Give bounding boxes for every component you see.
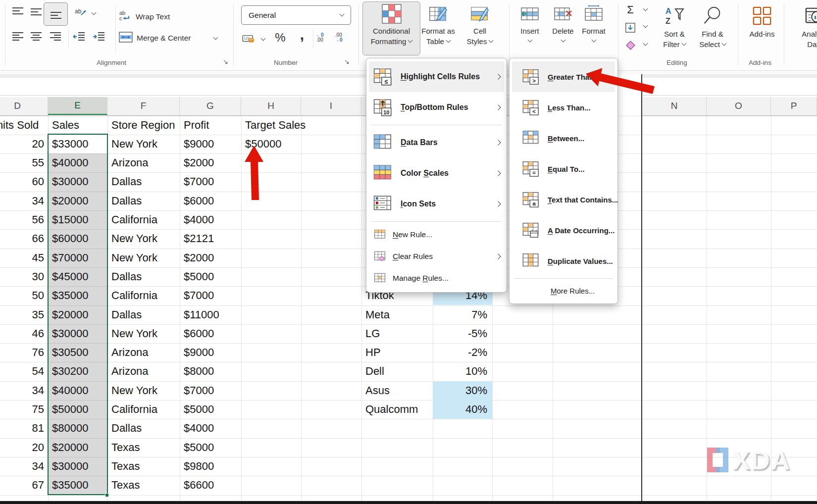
cell-change-hp[interactable]: -2%: [433, 343, 492, 362]
cell-region-row3[interactable]: Dallas: [107, 172, 180, 191]
cell-profit-row5[interactable]: $4000: [180, 210, 241, 229]
conditional-formatting-button[interactable]: Conditional Formatting: [362, 1, 420, 55]
cell-sales-row5[interactable]: $15000: [48, 210, 107, 229]
cell-change-qualcomm[interactable]: 40%: [433, 400, 492, 419]
fill-button[interactable]: [623, 20, 638, 36]
cell-region-row17[interactable]: Texas: [107, 438, 180, 457]
cell-sales-row17[interactable]: $20000: [48, 438, 107, 457]
wrap-text-button[interactable]: abc Wrap Text: [119, 10, 170, 24]
menu-item-equal-to[interactable]: =Equal To...: [512, 153, 615, 184]
analyze-data-button[interactable]: Analyze Data: [785, 3, 817, 50]
cell-units-row12[interactable]: 76: [0, 343, 48, 362]
cell-units-row10[interactable]: 35: [0, 305, 48, 324]
cell-company-qualcomm[interactable]: Qualcomm: [361, 400, 433, 419]
menu-item-manage-rules[interactable]: Manage Rules...: [369, 267, 504, 289]
sort-filter-button[interactable]: AZ Sort & Filter: [657, 3, 692, 50]
cell-profit-row14[interactable]: $7000: [180, 381, 241, 400]
cell-region-row12[interactable]: Arizona: [107, 343, 180, 362]
cell-units-row9[interactable]: 50: [0, 286, 48, 305]
cell-profit-row2[interactable]: $2000: [180, 153, 241, 172]
cell-profit-row16[interactable]: $4000: [180, 419, 241, 438]
cell-region-row10[interactable]: Dallas: [107, 305, 180, 324]
cell-units-row18[interactable]: 34: [0, 457, 48, 476]
cell-company-lg[interactable]: LG: [361, 324, 433, 343]
menu-item-less-than[interactable]: <Less Than...: [512, 92, 615, 123]
cell-profit-row10[interactable]: $11000: [180, 305, 241, 324]
cell-region-row16[interactable]: Dallas: [107, 419, 180, 438]
menu-item-greater-than[interactable]: >Greater Than...: [512, 61, 615, 92]
cell-region-row2[interactable]: Arizona: [107, 153, 180, 172]
cell-profit-row3[interactable]: $7000: [180, 172, 241, 191]
add-ins-button[interactable]: Add-ins: [746, 3, 778, 39]
alignment-dialog-launcher[interactable]: ↘: [223, 58, 228, 65]
menu-item-highlight-cells-rules[interactable]: ≤Highlight Cells Rules: [369, 61, 504, 92]
cell-profit-row12[interactable]: $9000: [180, 343, 241, 362]
cell-units-row4[interactable]: 34: [0, 192, 48, 210]
cell-target-value[interactable]: $50000: [241, 135, 301, 153]
cell-header-profit[interactable]: Profit: [180, 116, 241, 135]
comma-style-button[interactable]: ,: [293, 27, 311, 43]
cell-header-sales[interactable]: Sales: [48, 116, 107, 135]
column-header-F[interactable]: F: [107, 97, 180, 115]
find-select-button[interactable]: Find & Select: [694, 3, 731, 50]
cell-sales-row19[interactable]: $35000: [48, 476, 107, 495]
accounting-format-button[interactable]: 123: [240, 31, 257, 47]
menu-item-data-bars[interactable]: Data Bars: [369, 127, 504, 158]
cell-sales-row3[interactable]: $30000: [48, 172, 107, 191]
align-center-button[interactable]: [27, 29, 45, 45]
chevron-down-icon[interactable]: [643, 23, 648, 28]
align-right-button[interactable]: [47, 29, 64, 45]
column-header-D[interactable]: D: [0, 97, 48, 115]
chevron-down-icon[interactable]: [261, 36, 266, 41]
column-header-N[interactable]: N: [642, 97, 707, 115]
cell-sales-row13[interactable]: $30200: [48, 362, 107, 381]
cell-region-row4[interactable]: Dallas: [107, 192, 180, 210]
cell-region-row5[interactable]: California: [107, 210, 180, 229]
cell-region-row6[interactable]: New York: [107, 229, 180, 248]
decrease-indent-button[interactable]: [70, 29, 88, 45]
decrease-decimal-button[interactable]: .00→0: [335, 33, 343, 43]
cell-change-asus[interactable]: 30%: [433, 381, 492, 400]
menu-item-icon-sets[interactable]: Icon Sets: [369, 189, 504, 219]
cell-region-row15[interactable]: California: [107, 400, 180, 419]
cell-units-row8[interactable]: 30: [0, 267, 48, 286]
cell-region-row1[interactable]: New York: [107, 135, 180, 153]
cell-header-region[interactable]: Store Region: [107, 116, 180, 135]
column-header-I[interactable]: I: [301, 97, 361, 115]
cell-region-row11[interactable]: New York: [107, 324, 180, 343]
cell-profit-row7[interactable]: $2000: [180, 249, 241, 267]
number-format-select[interactable]: General: [241, 5, 351, 25]
cell-profit-row4[interactable]: $6000: [180, 192, 241, 210]
cell-sales-row2[interactable]: $40000: [48, 153, 107, 172]
cell-company-meta[interactable]: Meta: [361, 305, 433, 324]
merge-center-button[interactable]: Merge & Center: [119, 32, 191, 45]
column-header-O[interactable]: O: [707, 97, 771, 115]
cell-region-row7[interactable]: New York: [107, 249, 180, 267]
cell-company-asus[interactable]: Asus: [361, 381, 433, 400]
format-cells-button[interactable]: Format: [577, 2, 610, 42]
cell-company-hp[interactable]: HP: [361, 343, 433, 362]
cell-change-lg[interactable]: -5%: [433, 324, 492, 343]
column-header-E[interactable]: E: [48, 97, 107, 115]
clear-button[interactable]: [623, 38, 638, 53]
align-bottom-button[interactable]: [44, 2, 68, 26]
increase-indent-button[interactable]: [90, 29, 108, 45]
cell-units-row11[interactable]: 46: [0, 324, 48, 343]
menu-item-clear-rules[interactable]: Clear Rules: [369, 246, 504, 267]
cell-styles-button[interactable]: Cell Styles: [460, 2, 499, 47]
autosum-button[interactable]: Σ: [623, 2, 638, 18]
column-header-G[interactable]: G: [180, 97, 241, 115]
menu-item-duplicate-values[interactable]: Duplicate Values...: [512, 246, 615, 276]
cell-sales-row4[interactable]: $20000: [48, 192, 107, 210]
cell-region-row19[interactable]: Texas: [107, 476, 180, 495]
cell-sales-row6[interactable]: $60000: [48, 229, 107, 248]
cell-sales-row15[interactable]: $50000: [48, 400, 107, 419]
column-header-H[interactable]: H: [241, 97, 301, 115]
cell-sales-row16[interactable]: $80000: [48, 419, 107, 438]
menu-item-color-scales[interactable]: Color Scales: [369, 158, 504, 189]
cell-sales-row18[interactable]: $30000: [48, 457, 107, 476]
cell-units-row13[interactable]: 54: [0, 362, 48, 381]
percent-style-button[interactable]: %: [271, 30, 289, 46]
cell-units-row3[interactable]: 60: [0, 172, 48, 191]
cell-units-row16[interactable]: 81: [0, 419, 48, 438]
